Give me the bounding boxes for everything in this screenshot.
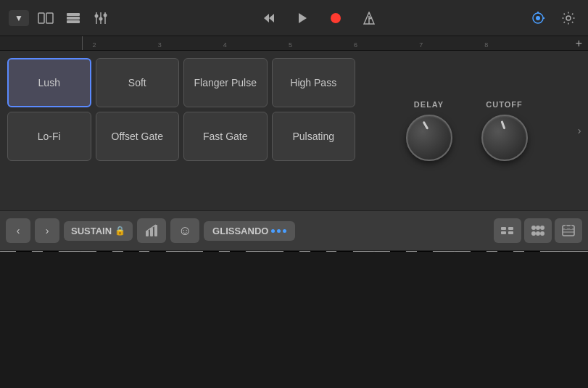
preset-soft-label: Soft — [128, 77, 146, 88]
ruler-mark-6: 6 — [354, 41, 357, 49]
right-controls — [494, 218, 582, 243]
svg-rect-23 — [146, 231, 149, 236]
play-button[interactable] — [291, 7, 313, 29]
black-key-2-2[interactable] — [471, 251, 486, 252]
svg-rect-3 — [67, 17, 80, 20]
sustain-button[interactable]: SUSTAIN 🔒 — [64, 221, 133, 241]
preset-lo-fi[interactable]: Lo-Fi — [7, 112, 91, 161]
black-key-0-4[interactable] — [149, 251, 165, 252]
svg-rect-26 — [501, 227, 506, 230]
nav-back-button[interactable]: ‹ — [6, 218, 30, 243]
expand-arrow-button[interactable]: › — [571, 80, 588, 181]
preset-soft[interactable]: Soft — [96, 58, 180, 107]
track-view-btn[interactable] — [35, 7, 57, 29]
settings-icon — [562, 12, 575, 25]
dropdown-button[interactable]: ▼ — [9, 10, 29, 26]
preset-grid: Lush Soft Flanger Pulse High Pass Lo-Fi … — [7, 58, 355, 161]
glissando-label: GLISSANDO — [212, 226, 268, 236]
chord-icon: ☺ — [178, 223, 191, 239]
svg-rect-39 — [565, 226, 567, 229]
ruler-mark-3: 3 — [158, 41, 162, 49]
record-button[interactable] — [325, 7, 347, 29]
nav-back-icon: ‹ — [17, 225, 20, 236]
ruler-mark-5: 5 — [289, 41, 292, 49]
preset-flanger-pulse[interactable]: Flanger Pulse — [183, 58, 268, 107]
toolbar-right — [527, 7, 579, 29]
nav-forward-button[interactable]: › — [35, 218, 59, 243]
settings-button[interactable] — [558, 7, 579, 29]
nav-forward-icon: › — [46, 225, 49, 236]
metronome-icon — [363, 12, 375, 25]
ruler-mark-8: 8 — [484, 41, 488, 49]
toolbar-center — [117, 7, 521, 29]
svg-rect-27 — [501, 231, 506, 234]
chord-view-button[interactable] — [524, 218, 552, 243]
svg-rect-36 — [563, 226, 574, 236]
preset-lo-fi-label: Lo-Fi — [38, 131, 61, 142]
black-key-2-4[interactable] — [524, 251, 540, 252]
preset-panel: Lush Soft Flanger Pulse High Pass Lo-Fi … — [0, 51, 363, 210]
preset-offset-gate[interactable]: Offset Gate — [96, 112, 180, 161]
tempo-button[interactable] — [527, 7, 549, 29]
black-key-0-3[interactable] — [123, 251, 139, 252]
preset-lush[interactable]: Lush — [7, 58, 91, 107]
black-key-0-0[interactable] — [16, 251, 32, 252]
list-view-icon — [66, 12, 80, 24]
black-key-0-1[interactable] — [43, 251, 59, 252]
sustain-label: SUSTAIN — [71, 226, 112, 236]
black-key-2-1[interactable] — [417, 251, 433, 252]
black-key-1-3[interactable] — [310, 251, 326, 252]
svg-rect-25 — [154, 225, 157, 236]
scale-icon — [562, 225, 575, 236]
mixer-btn[interactable] — [90, 7, 112, 29]
arp-button[interactable] — [137, 218, 166, 243]
list-view-btn[interactable] — [62, 7, 84, 29]
ruler-mark-4: 4 — [223, 41, 227, 49]
svg-rect-0 — [38, 13, 44, 23]
rewind-button[interactable] — [258, 7, 280, 29]
svg-point-34 — [536, 231, 540, 236]
black-key-2-3[interactable] — [497, 251, 513, 252]
dot-1 — [271, 229, 275, 233]
mixer-icon — [94, 12, 107, 24]
add-track-button[interactable]: + — [576, 37, 582, 50]
black-key-1-4[interactable] — [336, 251, 352, 252]
preset-offset-gate-label: Offset Gate — [112, 131, 163, 142]
svg-point-33 — [531, 231, 536, 236]
toolbar-left: ▼ — [9, 7, 112, 29]
cutoff-knob[interactable] — [481, 115, 528, 161]
chord-button[interactable]: ☺ — [170, 218, 199, 243]
preset-pulsating[interactable]: Pulsating — [272, 112, 356, 161]
black-key-2-0[interactable] — [390, 251, 406, 252]
piano-area: Do3Do4 — [0, 251, 588, 252]
metronome-button[interactable] — [358, 7, 380, 29]
dot-2 — [277, 229, 281, 233]
svg-point-9 — [99, 17, 102, 20]
black-key-1-0[interactable] — [203, 251, 219, 252]
white-key-21[interactable] — [561, 251, 588, 252]
cutoff-label: CUTOFF — [486, 100, 522, 109]
ruler-marks: 2 3 4 5 6 7 8 — [44, 36, 588, 50]
scale-button[interactable] — [555, 218, 582, 243]
black-key-0-2[interactable] — [96, 251, 112, 252]
svg-point-32 — [540, 226, 544, 230]
black-key-1-2[interactable] — [283, 251, 299, 252]
notes-view-button[interactable] — [494, 218, 521, 243]
preset-pulsating-label: Pulsating — [292, 131, 334, 142]
glissando-button[interactable]: GLISSANDO — [204, 221, 295, 241]
delay-knob-group: DELAY — [406, 100, 452, 161]
black-key-1-1[interactable] — [230, 251, 246, 252]
svg-point-30 — [531, 226, 536, 230]
svg-point-8 — [94, 14, 98, 17]
lock-icon: 🔒 — [115, 226, 125, 236]
ruler-mark-7: 7 — [419, 41, 423, 49]
svg-rect-4 — [67, 20, 80, 23]
delay-knob[interactable] — [406, 115, 452, 161]
controls-bar: ‹ › SUSTAIN 🔒 ☺ GLISSANDO — [0, 210, 588, 251]
preset-fast-gate[interactable]: Fast Gate — [183, 112, 268, 161]
preset-high-pass-label: High Pass — [290, 77, 336, 88]
preset-high-pass[interactable]: High Pass — [272, 58, 356, 107]
preset-flanger-pulse-label: Flanger Pulse — [194, 77, 257, 88]
svg-point-19 — [536, 16, 540, 20]
svg-point-14 — [331, 13, 341, 23]
